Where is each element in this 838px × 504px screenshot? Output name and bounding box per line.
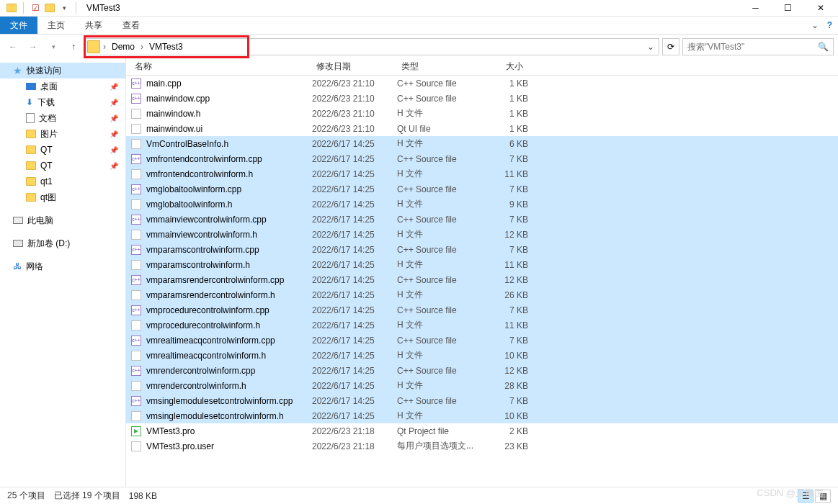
view-details-button[interactable]: ☰ bbox=[798, 490, 814, 503]
divider bbox=[76, 2, 76, 14]
file-row[interactable]: mainwindow.h2022/6/23 21:10H 文件1 KB bbox=[126, 106, 838, 121]
file-size: 1 KB bbox=[483, 124, 528, 134]
expand-ribbon-icon[interactable]: ⌄ bbox=[811, 20, 819, 30]
file-type: H 文件 bbox=[397, 107, 483, 120]
file-row[interactable]: c++vmparamsrendercontrolwinform.cpp2022/… bbox=[126, 272, 838, 287]
file-row[interactable]: mainwindow.ui2022/6/23 21:10Qt UI file1 … bbox=[126, 121, 838, 136]
file-row[interactable]: vmparamscontrolwinform.h2022/6/17 14:25H… bbox=[126, 257, 838, 272]
sidebar-drive[interactable]: 新加卷 (D:) bbox=[0, 235, 125, 251]
file-icon: c++ bbox=[130, 305, 142, 316]
file-icon: ▶ bbox=[130, 426, 142, 437]
file-row[interactable]: c++main.cpp2022/6/23 21:10C++ Source fil… bbox=[126, 76, 838, 91]
qat-dropdown-icon[interactable]: ▾ bbox=[58, 2, 70, 14]
file-row[interactable]: c++vmmainviewcontrolwinform.cpp2022/6/17… bbox=[126, 212, 838, 227]
file-row[interactable]: VmControlBaseInfo.h2022/6/17 14:25H 文件6 … bbox=[126, 136, 838, 151]
file-row[interactable]: vmrendercontrolwinform.h2022/6/17 14:25H… bbox=[126, 378, 838, 393]
pin-icon: 📌 bbox=[110, 130, 118, 138]
file-size: 12 KB bbox=[483, 275, 528, 285]
file-type: H 文件 bbox=[397, 228, 483, 240]
sidebar-qt-a[interactable]: QT📌 bbox=[0, 142, 125, 158]
maximize-button[interactable]: ☐ bbox=[772, 0, 804, 17]
address-dropdown-icon[interactable]: ⌄ bbox=[644, 42, 657, 52]
file-date: 2022/6/17 14:25 bbox=[312, 215, 397, 225]
tab-file[interactable]: 文件 bbox=[0, 17, 37, 34]
sidebar-qt1[interactable]: qt1 bbox=[0, 174, 125, 189]
file-row[interactable]: c++vmglobaltoolwinform.cpp2022/6/17 14:2… bbox=[126, 181, 838, 197]
breadcrumb-item[interactable]: Demo bbox=[107, 39, 139, 55]
sidebar-quick-access[interactable]: ★快速访问 bbox=[0, 63, 125, 78]
search-box[interactable]: 🔍 bbox=[682, 38, 834, 55]
tab-share[interactable]: 共享 bbox=[75, 17, 112, 34]
file-type: H 文件 bbox=[397, 138, 483, 150]
file-row[interactable]: vmfrontendcontrolwinform.h2022/6/17 14:2… bbox=[126, 166, 838, 181]
file-row[interactable]: c++mainwindow.cpp2022/6/23 21:10C++ Sour… bbox=[126, 91, 838, 106]
file-name: mainwindow.h bbox=[146, 109, 312, 119]
column-date[interactable]: 修改日期 bbox=[312, 60, 397, 73]
file-row[interactable]: c++vmrendercontrolwinform.cpp2022/6/17 1… bbox=[126, 363, 838, 378]
pin-icon: 📌 bbox=[110, 146, 118, 154]
window-title: VMTest3 bbox=[86, 3, 120, 13]
recent-dropdown[interactable]: ▾ bbox=[45, 38, 62, 55]
column-name[interactable]: 名称 bbox=[130, 60, 312, 73]
file-row[interactable]: ▶VMTest3.pro2022/6/23 21:18Qt Project fi… bbox=[126, 423, 838, 438]
file-row[interactable]: c++vmparamscontrolwinform.cpp2022/6/17 1… bbox=[126, 242, 838, 257]
sidebar-pictures[interactable]: 图片📌 bbox=[0, 126, 125, 142]
forward-button[interactable]: → bbox=[24, 38, 42, 55]
file-row[interactable]: c++vmrealtimeacqcontrolwinform.cpp2022/6… bbox=[126, 333, 838, 348]
up-button[interactable]: ↑ bbox=[65, 38, 82, 55]
chevron-right-icon[interactable]: › bbox=[102, 42, 107, 52]
pin-icon: 📌 bbox=[110, 99, 118, 107]
file-row[interactable]: vmglobaltoolwinform.h2022/6/17 14:25H 文件… bbox=[126, 197, 838, 212]
file-row[interactable]: vmsinglemodulesetcontrolwinform.h2022/6/… bbox=[126, 408, 838, 423]
file-row[interactable]: vmparamsrendercontrolwinform.h2022/6/17 … bbox=[126, 287, 838, 302]
column-size[interactable]: 大小 bbox=[483, 60, 528, 73]
file-name: vmfrontendcontrolwinform.cpp bbox=[146, 154, 312, 164]
file-icon: c++ bbox=[130, 153, 142, 165]
file-size: 7 KB bbox=[483, 245, 528, 255]
chevron-right-icon[interactable]: › bbox=[139, 42, 145, 52]
status-size: 198 KB bbox=[129, 491, 157, 501]
sidebar-documents[interactable]: 文档📌 bbox=[0, 110, 125, 126]
file-row[interactable]: vmrealtimeacqcontrolwinform.h2022/6/17 1… bbox=[126, 348, 838, 363]
breadcrumb[interactable]: › Demo › VMTest3 ⌄ bbox=[85, 38, 659, 55]
sidebar-this-pc[interactable]: 此电脑 bbox=[0, 212, 125, 228]
file-name: vmsinglemodulesetcontrolwinform.cpp bbox=[146, 396, 312, 406]
file-date: 2022/6/17 14:25 bbox=[312, 351, 397, 361]
file-icon bbox=[130, 168, 142, 180]
sidebar-downloads[interactable]: ⬇下载📌 bbox=[0, 94, 125, 110]
column-type[interactable]: 类型 bbox=[397, 60, 483, 73]
sidebar-qtimg[interactable]: qt图 bbox=[0, 189, 125, 205]
properties-icon[interactable]: ☑ bbox=[30, 2, 41, 14]
file-row[interactable]: c++vmfrontendcontrolwinform.cpp2022/6/17… bbox=[126, 151, 838, 166]
file-icon bbox=[130, 380, 142, 392]
drive-icon bbox=[13, 240, 23, 247]
file-icon bbox=[130, 350, 142, 361]
tab-home[interactable]: 主页 bbox=[37, 17, 75, 34]
pc-icon bbox=[13, 217, 23, 224]
back-button[interactable]: ← bbox=[4, 38, 22, 55]
file-date: 2022/6/17 14:25 bbox=[312, 411, 397, 421]
file-size: 7 KB bbox=[483, 336, 528, 346]
sidebar-network[interactable]: 🖧网络 bbox=[0, 258, 125, 274]
file-row[interactable]: vmprocedurecontrolwinform.h2022/6/17 14:… bbox=[126, 318, 838, 333]
view-large-button[interactable]: ▦ bbox=[815, 490, 831, 503]
breadcrumb-item[interactable]: VMTest3 bbox=[145, 39, 187, 55]
search-icon[interactable]: 🔍 bbox=[818, 42, 829, 52]
file-icon: c++ bbox=[130, 365, 142, 377]
sidebar-desktop[interactable]: 桌面📌 bbox=[0, 78, 125, 94]
file-row[interactable]: c++vmprocedurecontrolwinform.cpp2022/6/1… bbox=[126, 302, 838, 318]
search-input[interactable] bbox=[687, 42, 818, 52]
help-icon[interactable]: ? bbox=[827, 20, 832, 30]
file-icon: c++ bbox=[130, 244, 142, 256]
file-row[interactable]: c++vmsinglemodulesetcontrolwinform.cpp20… bbox=[126, 393, 838, 408]
close-button[interactable]: ✕ bbox=[804, 0, 837, 17]
file-date: 2022/6/23 21:10 bbox=[312, 109, 397, 119]
file-row[interactable]: vmmainviewcontrolwinform.h2022/6/17 14:2… bbox=[126, 227, 838, 242]
file-row[interactable]: VMTest3.pro.user2022/6/23 21:18每用户项目选项文.… bbox=[126, 438, 838, 454]
sidebar-qt-b[interactable]: QT📌 bbox=[0, 158, 125, 174]
refresh-button[interactable]: ⟳ bbox=[662, 38, 679, 55]
tab-view[interactable]: 查看 bbox=[112, 17, 150, 34]
minimize-button[interactable]: ─ bbox=[739, 0, 772, 17]
file-type: H 文件 bbox=[397, 410, 483, 422]
file-icon: c++ bbox=[130, 214, 142, 225]
